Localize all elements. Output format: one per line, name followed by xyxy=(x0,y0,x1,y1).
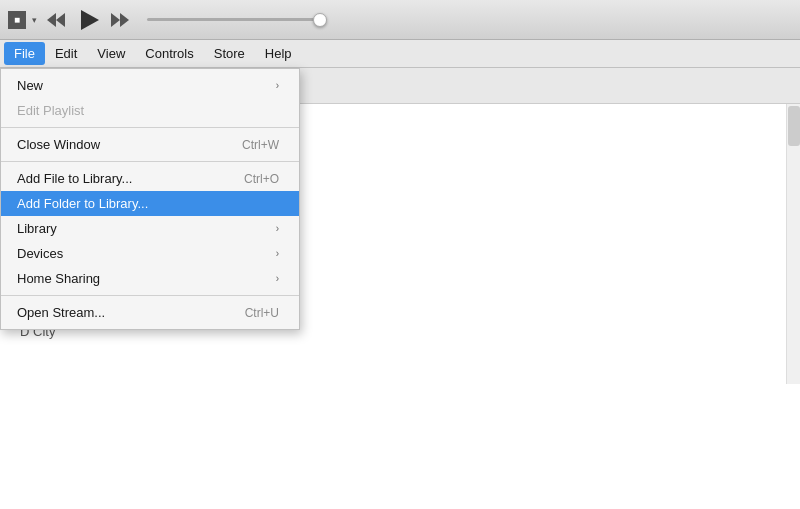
menu-item-new[interactable]: New › xyxy=(1,73,299,98)
menu-store[interactable]: Store xyxy=(204,42,255,65)
progress-bar-container[interactable] xyxy=(147,18,367,21)
menu-item-devices-label: Devices xyxy=(17,246,63,261)
progress-thumb[interactable] xyxy=(313,13,327,27)
menu-edit[interactable]: Edit xyxy=(45,42,87,65)
menu-item-open-stream[interactable]: Open Stream... Ctrl+U xyxy=(1,300,299,325)
progress-track[interactable] xyxy=(147,18,327,21)
separator-2 xyxy=(1,161,299,162)
menu-item-new-label: New xyxy=(17,78,43,93)
menu-item-open-stream-shortcut: Ctrl+U xyxy=(245,306,279,320)
menu-item-close-window-shortcut: Ctrl+W xyxy=(242,138,279,152)
menu-item-devices-chevron: › xyxy=(276,248,279,259)
svg-marker-0 xyxy=(56,13,65,27)
file-dropdown-menu: New › Edit Playlist Close Window Ctrl+W … xyxy=(0,68,300,330)
menu-item-library-label: Library xyxy=(17,221,57,236)
window-controls: ■ ▾ xyxy=(8,11,37,29)
menu-help[interactable]: Help xyxy=(255,42,302,65)
menu-view[interactable]: View xyxy=(87,42,135,65)
menu-item-add-file-shortcut: Ctrl+O xyxy=(244,172,279,186)
window-dropdown-arrow[interactable]: ▾ xyxy=(32,15,37,25)
svg-marker-3 xyxy=(111,13,120,27)
menu-item-home-sharing-chevron: › xyxy=(276,273,279,284)
separator-1 xyxy=(1,127,299,128)
separator-3 xyxy=(1,295,299,296)
menu-item-add-folder-label: Add Folder to Library... xyxy=(17,196,148,211)
menu-item-edit-playlist: Edit Playlist xyxy=(1,98,299,123)
play-button[interactable] xyxy=(75,6,103,34)
svg-marker-4 xyxy=(120,13,129,27)
menu-item-library-chevron: › xyxy=(276,223,279,234)
menu-item-close-window[interactable]: Close Window Ctrl+W xyxy=(1,132,299,157)
menu-item-home-sharing[interactable]: Home Sharing › xyxy=(1,266,299,291)
menu-controls[interactable]: Controls xyxy=(135,42,203,65)
menu-item-add-file[interactable]: Add File to Library... Ctrl+O xyxy=(1,166,299,191)
svg-marker-2 xyxy=(81,10,99,30)
menu-item-home-sharing-label: Home Sharing xyxy=(17,271,100,286)
menu-item-edit-playlist-label: Edit Playlist xyxy=(17,103,84,118)
title-bar: ■ ▾ xyxy=(0,0,800,40)
menu-item-new-chevron: › xyxy=(276,80,279,91)
menu-item-devices[interactable]: Devices › xyxy=(1,241,299,266)
menu-item-library[interactable]: Library › xyxy=(1,216,299,241)
transport-controls xyxy=(47,6,131,34)
previous-button[interactable] xyxy=(47,12,67,28)
next-button[interactable] xyxy=(111,12,131,28)
svg-marker-1 xyxy=(47,13,56,27)
menu-bar: File Edit View Controls Store Help New ›… xyxy=(0,40,800,68)
menu-item-close-window-label: Close Window xyxy=(17,137,100,152)
window-icon: ■ xyxy=(8,11,26,29)
menu-file[interactable]: File xyxy=(4,42,45,65)
menu-item-add-file-label: Add File to Library... xyxy=(17,171,132,186)
menu-item-add-folder[interactable]: Add Folder to Library... xyxy=(1,191,299,216)
menu-item-open-stream-label: Open Stream... xyxy=(17,305,105,320)
